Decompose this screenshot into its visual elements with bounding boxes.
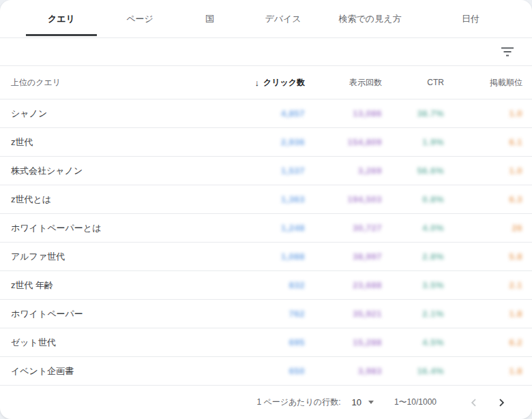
clicks-value-redacted: 695 bbox=[289, 337, 305, 347]
column-header-impressions[interactable]: 表示回数 bbox=[305, 77, 382, 89]
rows-per-page-select[interactable]: 10 bbox=[351, 397, 361, 407]
clicks-value-redacted: 1,088 bbox=[281, 251, 305, 262]
position-value-redacted: 6.1 bbox=[509, 137, 522, 147]
column-header-position[interactable]: 掲載順位 bbox=[444, 77, 522, 89]
table-row[interactable]: ホワイトペーパーとは 1,248 30,727 4.0% 26 bbox=[0, 214, 532, 243]
next-page-button[interactable] bbox=[494, 394, 510, 411]
chevron-right-icon bbox=[494, 395, 509, 410]
query-cell: z世代 bbox=[11, 136, 196, 149]
query-cell: z世代とは bbox=[11, 193, 196, 206]
position-value-redacted: 1.8 bbox=[509, 309, 522, 319]
clicks-value-redacted: 1,537 bbox=[281, 166, 305, 176]
position-value-redacted: 2.1 bbox=[509, 280, 522, 290]
pagination-range: 1〜10/1000 bbox=[394, 397, 437, 408]
query-cell: イベント企画書 bbox=[11, 365, 196, 377]
tab-active[interactable]: クエリ bbox=[20, 0, 102, 37]
table-row[interactable]: シャノン 4,857 13,086 38.7% 1.0 bbox=[0, 99, 532, 128]
query-cell: シャノン bbox=[11, 108, 196, 120]
table-row[interactable]: 株式会社シャノン 1,537 3,269 56.6% 1.0 bbox=[0, 157, 532, 185]
clicks-value-redacted: 4,857 bbox=[281, 108, 305, 119]
table-row[interactable]: ゼット世代 695 15,288 4.5% 6.2 bbox=[0, 328, 532, 357]
clicks-value-redacted: 2,936 bbox=[281, 137, 305, 147]
ctr-value-redacted: 4.0% bbox=[422, 223, 444, 233]
impressions-value-redacted: 15,288 bbox=[353, 337, 382, 347]
column-header-clicks-label: クリック数 bbox=[263, 77, 305, 89]
ctr-value-redacted: 1.9% bbox=[422, 137, 444, 147]
position-value-redacted: 5.8 bbox=[509, 251, 522, 262]
impressions-value-redacted: 35,921 bbox=[353, 309, 382, 319]
position-value-redacted: 6.2 bbox=[509, 337, 522, 347]
query-cell: ゼット世代 bbox=[11, 337, 196, 349]
ctr-value-redacted: 38.7% bbox=[417, 108, 444, 119]
clicks-value-redacted: 1,363 bbox=[281, 194, 305, 204]
ctr-value-redacted: 2.1% bbox=[422, 309, 444, 319]
position-value-redacted: 6.3 bbox=[509, 194, 522, 204]
query-cell: z世代 年齢 bbox=[11, 279, 196, 292]
position-value-redacted: 1.8 bbox=[509, 366, 522, 376]
sort-descending-icon: ↓ bbox=[254, 78, 259, 88]
column-header-ctr[interactable]: CTR bbox=[382, 78, 444, 87]
impressions-value-redacted: 38,997 bbox=[353, 251, 382, 262]
impressions-value-redacted: 194,503 bbox=[348, 194, 383, 204]
table-row[interactable]: z世代 年齢 832 23,688 3.5% 2.1 bbox=[0, 271, 532, 300]
tab-item[interactable]: デバイス bbox=[242, 0, 324, 37]
rows-per-page-label: 1 ページあたりの行数: bbox=[256, 397, 340, 408]
ctr-value-redacted: 3.5% bbox=[422, 280, 444, 290]
table-row[interactable]: z世代 2,936 154,809 1.9% 6.1 bbox=[0, 128, 532, 157]
dimension-tabs: クエリページ国デバイス検索での見え方日付 bbox=[0, 0, 532, 38]
table-body: シャノン 4,857 13,086 38.7% 1.0 z世代 2,936 15… bbox=[0, 99, 532, 386]
ctr-value-redacted: 2.8% bbox=[422, 251, 444, 262]
position-value-redacted: 26 bbox=[512, 223, 522, 233]
position-value-redacted: 1.0 bbox=[509, 108, 522, 119]
filter-row bbox=[0, 38, 532, 66]
table-row[interactable]: イベント企画書 650 3,983 16.4% 1.8 bbox=[0, 357, 532, 386]
column-header-clicks[interactable]: ↓ クリック数 bbox=[196, 77, 305, 89]
query-cell: アルファ世代 bbox=[11, 251, 196, 263]
impressions-value-redacted: 23,688 bbox=[353, 280, 382, 290]
dropdown-caret-icon[interactable] bbox=[368, 401, 374, 404]
ctr-value-redacted: 56.6% bbox=[417, 166, 444, 176]
impressions-value-redacted: 30,727 bbox=[353, 223, 382, 233]
table-row[interactable]: アルファ世代 1,088 38,997 2.8% 5.8 bbox=[0, 243, 532, 271]
tab-item[interactable]: 検索での見え方 bbox=[324, 0, 416, 37]
ctr-value-redacted: 0.8% bbox=[422, 194, 444, 204]
query-cell: ホワイトペーパー bbox=[11, 308, 196, 320]
query-cell: 株式会社シャノン bbox=[11, 165, 196, 177]
tab-item[interactable]: 国 bbox=[177, 0, 242, 37]
pagination-bar: 1 ページあたりの行数: 10 1〜10/1000 bbox=[0, 386, 532, 419]
impressions-value-redacted: 3,269 bbox=[358, 166, 382, 176]
clicks-value-redacted: 832 bbox=[289, 280, 305, 290]
table-row[interactable]: ホワイトペーパー 762 35,921 2.1% 1.8 bbox=[0, 300, 532, 328]
clicks-value-redacted: 762 bbox=[289, 309, 305, 319]
clicks-value-redacted: 1,248 bbox=[281, 223, 305, 233]
table-row[interactable]: z世代とは 1,363 194,503 0.8% 6.3 bbox=[0, 185, 532, 214]
column-header-query: 上位のクエリ bbox=[11, 77, 196, 89]
table-header: 上位のクエリ ↓ クリック数 表示回数 CTR 掲載順位 bbox=[0, 66, 532, 99]
search-performance-card: クエリページ国デバイス検索での見え方日付 上位のクエリ ↓ クリック数 表示回数… bbox=[0, 0, 532, 419]
clicks-value-redacted: 650 bbox=[289, 366, 305, 376]
ctr-value-redacted: 16.4% bbox=[417, 366, 444, 376]
query-cell: ホワイトペーパーとは bbox=[11, 222, 196, 234]
chevron-left-icon bbox=[466, 395, 481, 410]
ctr-value-redacted: 4.5% bbox=[422, 337, 444, 347]
filter-button[interactable] bbox=[498, 42, 517, 61]
filter-list-icon bbox=[501, 46, 514, 57]
tab-item[interactable]: ページ bbox=[102, 0, 177, 37]
position-value-redacted: 1.0 bbox=[509, 166, 522, 176]
tab-item[interactable]: 日付 bbox=[416, 0, 525, 37]
impressions-value-redacted: 154,809 bbox=[348, 137, 383, 147]
previous-page-button[interactable] bbox=[465, 394, 482, 411]
impressions-value-redacted: 3,983 bbox=[358, 366, 382, 376]
impressions-value-redacted: 13,086 bbox=[353, 108, 382, 119]
